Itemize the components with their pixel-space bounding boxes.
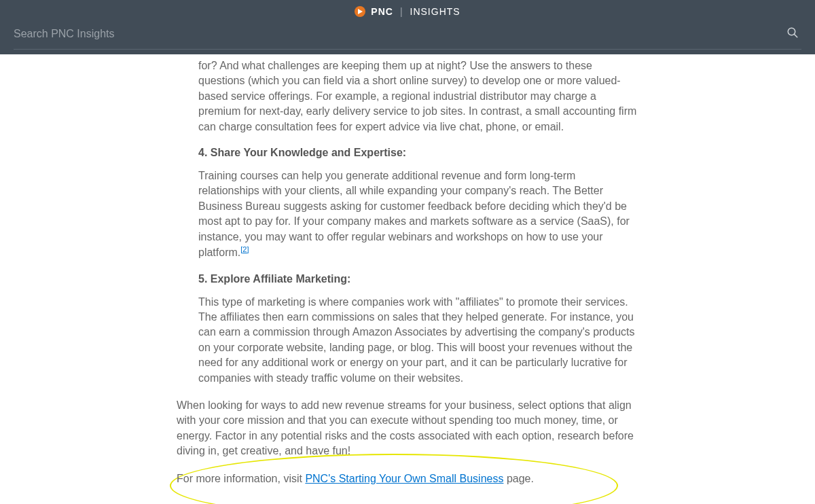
header-logo-row: PNC | INSIGHTS xyxy=(0,0,815,19)
brand-name: PNC xyxy=(371,6,393,17)
closing-paragraph: When looking for ways to add new revenue… xyxy=(177,398,638,459)
section-4-text: Training courses can help you generate a… xyxy=(198,170,630,258)
search-row xyxy=(0,19,815,49)
cta-paragraph: For more information, visit PNC's Starti… xyxy=(177,471,638,486)
search-input[interactable] xyxy=(14,24,786,44)
intro-fragment: for? And what challenges are keeping the… xyxy=(198,58,638,134)
brand-sub: INSIGHTS xyxy=(410,6,460,17)
svg-line-2 xyxy=(794,34,797,37)
search-underline xyxy=(14,49,801,50)
triangle-icon xyxy=(355,6,365,17)
search-icon[interactable] xyxy=(786,26,801,41)
footnote-2-link[interactable]: [2] xyxy=(240,245,249,253)
cta-link[interactable]: PNC's Starting Your Own Small Business xyxy=(305,473,503,484)
cta-suffix: page. xyxy=(503,473,533,484)
article-body: for? And what challenges are keeping the… xyxy=(177,54,638,504)
section-5-heading: 5. Explore Affiliate Marketing: xyxy=(198,273,638,285)
cta-prefix: For more information, visit xyxy=(177,473,305,484)
section-4-heading: 4. Share Your Knowledge and Expertise: xyxy=(198,147,638,159)
brand-logo[interactable]: PNC | INSIGHTS xyxy=(355,6,460,17)
svg-marker-0 xyxy=(358,9,363,14)
section-4-body: Training courses can help you generate a… xyxy=(198,168,638,261)
brand-divider: | xyxy=(400,6,403,17)
section-5-body: This type of marketing is where companie… xyxy=(198,295,638,386)
site-header: PNC | INSIGHTS xyxy=(0,0,815,54)
